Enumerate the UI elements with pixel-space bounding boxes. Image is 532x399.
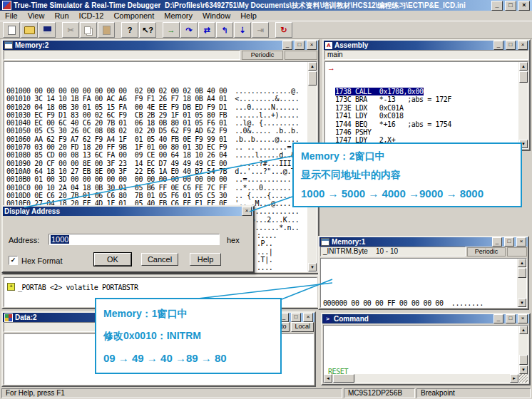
scroll-down-button[interactable]: ▼ [518, 299, 526, 307]
scroll-down-button[interactable]: ▼ [519, 366, 528, 374]
memory-row[interactable]: 0010B0 01 00 3D 00 00 00 00 00 00 00 00 … [6, 175, 317, 183]
memory-row[interactable]: 001090 20 CF 00 00 8E 00 3F 23 14 EC D7 … [6, 160, 317, 167]
command-vertical-scrollbar[interactable]: ▲ ▼ [518, 326, 528, 374]
memory-row[interactable]: 001000 00 00 00 00 00 00 00 00 02 00 02 … [6, 87, 317, 95]
close-button[interactable]: × [518, 1, 530, 11]
assembly-title-bar[interactable]: A Assembly _ □ × [324, 41, 529, 50]
memory-row[interactable]: 001030 EC F9 D1 83 00 02 6C F9 CB 2B 29 … [6, 111, 317, 119]
memory2-periodic-toggle[interactable]: Periodic [242, 51, 283, 60]
memory-row[interactable]: 001060 AA 62 F9 A7 62 F9 A4 1F 01 05 40 … [6, 135, 317, 143]
memory1-close-button[interactable]: × [516, 237, 526, 247]
memory1-maximize-button[interactable]: □ [504, 237, 514, 247]
memory1-mode-box[interactable] [507, 247, 527, 256]
step-over-button[interactable]: ↷ [180, 22, 198, 38]
data2-maximize-button[interactable]: □ [291, 313, 301, 322]
memory-row[interactable]: 001040 EC 00 6C 40 C6 20 7B 01 06 18 0B … [6, 119, 317, 127]
assembly-minimize-button[interactable]: _ [493, 41, 503, 50]
command-minimize-button[interactable]: _ [493, 314, 503, 323]
cut-button[interactable]: ✂ [62, 22, 79, 38]
memory-row[interactable]: 001010 3C 14 10 1B FA 00 AC A6 F9 F1 26 … [6, 95, 317, 103]
save-button[interactable] [39, 22, 56, 38]
memory-row[interactable]: 0010D0 0E C6 20 7B 01 06 C6 80 7B 01 05 … [6, 192, 317, 200]
scroll-thumb[interactable] [518, 268, 526, 278]
memory-row[interactable]: 000000 00 00 00 FF 00 00 00 00 ........ [323, 299, 526, 308]
paste-button[interactable] [98, 22, 115, 38]
memory2-mode-box[interactable] [285, 51, 317, 60]
step-out-button[interactable]: ⇄ [198, 22, 215, 38]
command-close-button[interactable]: × [518, 314, 528, 323]
resize-grip[interactable] [519, 374, 528, 383]
assembly-context-field[interactable]: main [324, 50, 528, 60]
assembly-close-button[interactable]: × [518, 41, 528, 50]
single-step-button[interactable]: ⇣ [234, 22, 251, 38]
memory2-address-field[interactable] [4, 50, 240, 60]
command-maximize-button[interactable]: □ [506, 314, 516, 323]
assembly-line[interactable]: 1741 LDY 0xC018 [335, 112, 528, 120]
open-button[interactable] [21, 22, 38, 38]
memory1-header-field[interactable]: _INITRM.Byte 10 - 10 [320, 247, 466, 256]
assembly-line[interactable]: 173E LDX 0xC01A [335, 104, 528, 112]
address-input[interactable]: 1000 [48, 234, 220, 245]
memory1-content[interactable]: 000000 00 00 00 FF 00 00 00 00 ........0… [320, 258, 527, 308]
dialog-close-button[interactable]: × [242, 207, 252, 216]
memory-row[interactable]: 000008 0F 00 00 00 90 00 01 00 ........ [323, 308, 526, 309]
assembly-maximize-button[interactable]: □ [506, 41, 516, 50]
assembly-line[interactable]: 1746 PSHY [335, 128, 528, 136]
memory2-title-bar[interactable]: Memory:2 _ □ × [3, 41, 318, 50]
menu-item[interactable]: File [0, 11, 23, 20]
cancel-button[interactable]: Cancel [141, 253, 178, 266]
context-help-button[interactable]: ↖? [139, 22, 156, 38]
memory-row[interactable]: 001020 04 18 0B 30 01 05 15 FA 00 4E EE … [6, 103, 317, 111]
memory1-minimize-button[interactable]: _ [492, 237, 502, 247]
menu-item[interactable]: View [23, 11, 50, 20]
memory2-minimize-button[interactable]: _ [282, 41, 292, 50]
assembly-content[interactable]: 1738 CALL 0x1708,0x00173C BRA *-13 ;abs … [324, 61, 528, 149]
hex-format-checkbox[interactable]: ✓ Hex Format [9, 256, 62, 265]
assembly-line[interactable]: 1744 BEQ *+16 ;abs = 1754 [335, 120, 528, 128]
scroll-left-button[interactable]: ◄ [324, 374, 332, 383]
command-title-bar[interactable]: > Command _ □ × [322, 314, 529, 323]
memory-row[interactable]: 001080 85 CD 00 08 13 6C FA 00 09 CE 00 … [6, 151, 317, 159]
start-continue-button[interactable]: → [163, 22, 180, 38]
memory1-periodic-toggle[interactable]: Periodic [467, 247, 506, 256]
scroll-up-button[interactable]: ▲ [308, 62, 317, 71]
main-title-bar[interactable]: True-Time Simulator & Real-Time Debugger… [0, 0, 532, 11]
menu-item[interactable]: ICD-12 [74, 11, 109, 20]
reset-button[interactable]: ↻ [275, 22, 292, 38]
menu-item[interactable]: Run [49, 11, 73, 20]
step-into-button[interactable]: ↰ [216, 22, 233, 38]
memory1-vertical-scrollbar[interactable]: ▲ ▼ [517, 259, 526, 307]
memory-row[interactable]: 001050 05 C5 30 26 0C 08 08 02 02 20 D5 … [6, 127, 317, 135]
scroll-up-button[interactable]: ▲ [519, 62, 528, 71]
memory2-maximize-button[interactable]: □ [295, 41, 305, 50]
scroll-thumb[interactable] [308, 71, 317, 86]
memory-row[interactable]: 0010C0 00 10 2A 04 18 0B 30 01 05 B6 FF … [6, 184, 317, 192]
scroll-down-button[interactable]: ▼ [308, 263, 317, 271]
restore-button[interactable]: □ [505, 1, 516, 11]
scroll-thumb[interactable] [519, 355, 528, 365]
command-content[interactable]: RESETSTARTEDRUNNINGBreakpoint in> ▲ ▼ ◄ … [323, 325, 528, 383]
menu-item[interactable]: Window [198, 11, 235, 20]
scroll-thumb[interactable] [519, 71, 528, 83]
assembly-vertical-scrollbar[interactable]: ▲ ▼ [518, 62, 528, 148]
assembly-line[interactable]: 173C BRA *-13 ;abs = 172F [335, 95, 528, 103]
command-horizontal-scrollbar[interactable]: ◄ ► [324, 374, 518, 383]
scroll-thumb[interactable] [333, 374, 354, 383]
minimize-button[interactable]: _ [491, 1, 503, 11]
scroll-up-button[interactable]: ▲ [519, 326, 528, 334]
help-button[interactable]: Help [190, 253, 221, 266]
dialog-title-bar[interactable]: Display Address × [3, 207, 253, 216]
memory1-title-bar[interactable]: Memory:1 _ □ × [319, 237, 528, 247]
data2-tab-local[interactable]: Local [291, 322, 314, 332]
memory2-close-button[interactable]: × [307, 41, 317, 50]
new-button[interactable] [3, 22, 20, 38]
halt-button[interactable]: ⇥ [252, 22, 269, 38]
ok-button[interactable]: OK [94, 253, 131, 266]
copy-button[interactable] [80, 22, 97, 38]
menu-item[interactable]: Component [108, 11, 159, 20]
memory-row[interactable]: 0010A0 64 18 10 27 EB 8E 00 3F 22 E6 1A … [6, 167, 317, 175]
menu-item[interactable]: Help [235, 11, 262, 20]
memory-row[interactable]: 001070 03 00 20 FD 18 20 FF 9B 1F 01 00 … [6, 143, 317, 151]
scroll-up-button[interactable]: ▲ [518, 259, 526, 267]
expand-plus-icon[interactable]: + [7, 283, 15, 291]
